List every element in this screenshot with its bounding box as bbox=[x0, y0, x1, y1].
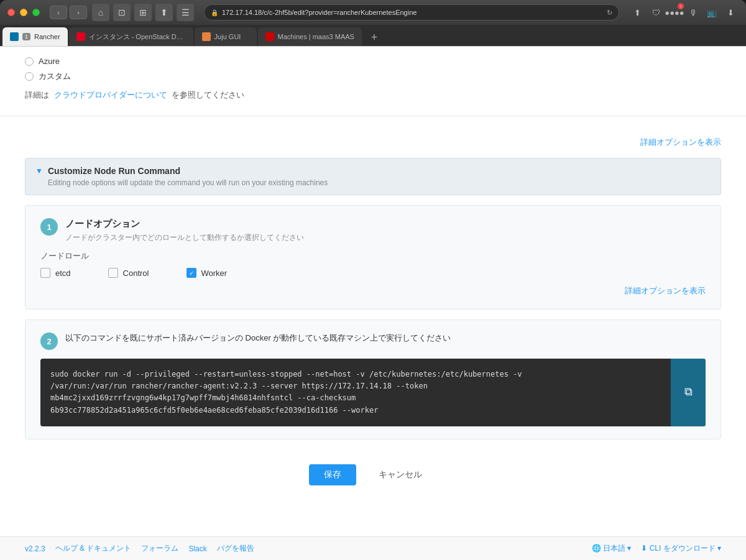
cloud-provider-link[interactable]: クラウドプロバイダーについて bbox=[54, 90, 167, 101]
tab-label-rancher: Rancher bbox=[34, 33, 60, 40]
step1-header: 1 ノードオプション ノードがクラスター内でどのロールとして動作するか選択してく… bbox=[40, 218, 706, 243]
detail-options-link1[interactable]: 詳細オプションを表示 bbox=[640, 137, 721, 147]
custom-radio[interactable] bbox=[25, 72, 34, 81]
window-chrome: ‹ › ⌂ ⊡ ⊞ ⬆ ☰ 🔒 172.17.14.18/c/c-2hf5b/e… bbox=[0, 0, 746, 46]
step2-block: 2 以下のコマンドを既にサポート済みバージョンの Docker が動作している既… bbox=[25, 319, 721, 439]
chevron-down-icon[interactable]: ▼ bbox=[35, 167, 43, 175]
control-label: Control bbox=[123, 269, 149, 278]
azure-label: Azure bbox=[39, 57, 60, 66]
checkbox-etcd[interactable]: etcd bbox=[40, 268, 71, 278]
cancel-button[interactable]: キャンセル bbox=[364, 464, 437, 485]
section-header-row: ▼ Customize Node Run Command bbox=[35, 166, 711, 176]
nav-buttons: ‹ › bbox=[50, 6, 87, 19]
tab-label-openstack: インスタンス - OpenStack Dashboard bbox=[89, 32, 186, 42]
command-text: sudo docker run -d --privileged --restar… bbox=[50, 369, 662, 416]
refresh-icon[interactable]: ↻ bbox=[607, 9, 612, 17]
grid-icon[interactable]: ⊞ bbox=[134, 4, 152, 21]
footer-left: v2.2.3 ヘルプ & ドキュメント フォーラム Slack バグを報告 bbox=[25, 543, 254, 554]
step1-content: ノードオプション ノードがクラスター内でどのロールとして動作するか選択してくださ… bbox=[65, 218, 706, 243]
footer-language[interactable]: 🌐 日本語 ▾ bbox=[592, 543, 632, 554]
info-link-line: 詳細は クラウドプロバイダーについて を参照してください bbox=[25, 90, 721, 101]
lock-icon: 🔒 bbox=[211, 9, 218, 16]
reader-icon[interactable]: ☰ bbox=[177, 4, 194, 21]
section-header: ▼ Customize Node Run Command Editing nod… bbox=[25, 158, 721, 195]
footer-slack[interactable]: Slack bbox=[188, 544, 206, 553]
shield-icon[interactable]: 🛡 bbox=[648, 4, 664, 21]
url-text: 172.17.14.18/c/c-2hf5b/edit?provider=ran… bbox=[222, 9, 603, 16]
section-title: Customize Node Run Command bbox=[48, 166, 180, 176]
tab-number-rancher: 1 bbox=[22, 33, 30, 40]
voice-icon[interactable]: 🎙 bbox=[685, 4, 701, 21]
azure-radio[interactable] bbox=[25, 57, 34, 66]
rancher-favicon bbox=[10, 32, 19, 41]
airplay-icon[interactable]: 📺 bbox=[704, 4, 720, 21]
step2-number: 2 bbox=[40, 333, 58, 350]
footer-version[interactable]: v2.2.3 bbox=[25, 544, 45, 553]
radio-azure[interactable]: Azure bbox=[25, 57, 721, 66]
tab-juju[interactable]: Juju GUI bbox=[195, 27, 257, 46]
footer-right: 🌐 日本語 ▾ ⬇ CLI をダウンロード ▾ bbox=[592, 543, 721, 554]
step1-block: 1 ノードオプション ノードがクラスター内でどのロールとして動作するか選択してく… bbox=[25, 205, 721, 310]
share-right-icon[interactable]: ⬆ bbox=[629, 4, 645, 21]
info-prefix: 詳細は bbox=[25, 90, 49, 101]
share-icon[interactable]: ⊡ bbox=[113, 4, 131, 21]
footer-bug-report[interactable]: バグを報告 bbox=[217, 543, 254, 554]
step1-title: ノードオプション bbox=[65, 218, 706, 230]
worker-checkbox[interactable]: ✓ bbox=[186, 268, 196, 278]
command-block: sudo docker run -d --privileged --restar… bbox=[40, 359, 706, 426]
tab-label-juju: Juju GUI bbox=[214, 33, 241, 40]
tab-label-maas: Machines | maas3 MAAS bbox=[278, 33, 354, 40]
juju-favicon bbox=[202, 32, 211, 41]
tab-maas[interactable]: Machines | maas3 MAAS bbox=[258, 27, 362, 46]
radio-custom[interactable]: カスタム bbox=[25, 71, 721, 82]
back-button[interactable]: ‹ bbox=[50, 6, 67, 19]
address-bar[interactable]: 🔒 172.17.14.18/c/c-2hf5b/edit?provider=r… bbox=[204, 4, 619, 21]
step1-detail-options[interactable]: 詳細オプションを表示 bbox=[40, 285, 706, 296]
detail-options-top: 詳細オプションを表示 bbox=[25, 131, 721, 153]
custom-label: カスタム bbox=[39, 71, 71, 82]
title-bar: ‹ › ⌂ ⊡ ⊞ ⬆ ☰ 🔒 172.17.14.18/c/c-2hf5b/e… bbox=[0, 0, 746, 25]
tab-bar: 1 Rancher インスタンス - OpenStack Dashboard J… bbox=[0, 25, 746, 46]
footer-help[interactable]: ヘルプ & ドキュメント bbox=[55, 543, 132, 554]
new-tab-button[interactable]: + bbox=[366, 29, 383, 46]
tab-rancher[interactable]: 1 Rancher bbox=[2, 27, 68, 46]
action-buttons: 保存 キャンセル bbox=[25, 449, 721, 505]
maximize-button[interactable] bbox=[32, 9, 40, 16]
browser-content: Azure カスタム 詳細は クラウドプロバイダーについて を参照してください … bbox=[0, 46, 746, 560]
openstack-favicon bbox=[76, 32, 85, 41]
top-section: Azure カスタム 詳細は クラウドプロバイダーについて を参照してください bbox=[0, 47, 746, 111]
footer: v2.2.3 ヘルプ & ドキュメント フォーラム Slack バグを報告 🌐 … bbox=[0, 536, 746, 560]
control-checkbox[interactable] bbox=[108, 268, 118, 278]
step2-desc: 以下のコマンドを既にサポート済みバージョンの Docker が動作している既存マ… bbox=[65, 333, 706, 344]
step1-desc: ノードがクラスター内でどのロールとして動作するか選択してください bbox=[65, 232, 706, 243]
download-icon[interactable]: ⬇ bbox=[722, 4, 739, 21]
etcd-checkbox[interactable] bbox=[40, 268, 50, 278]
copy-icon: ⧉ bbox=[684, 383, 693, 402]
info-suffix: を参照してください bbox=[172, 90, 244, 101]
footer-cli-download[interactable]: ⬇ CLI をダウンロード ▾ bbox=[641, 543, 721, 554]
forward-button[interactable]: › bbox=[70, 6, 87, 19]
worker-label: Worker bbox=[201, 269, 228, 278]
save-button[interactable]: 保存 bbox=[309, 464, 356, 485]
step2-header: 2 以下のコマンドを既にサポート済みバージョンの Docker が動作している既… bbox=[40, 333, 706, 351]
copy-button[interactable]: ⧉ bbox=[671, 359, 706, 426]
section-subtitle: Editing node options will update the com… bbox=[35, 178, 711, 187]
tab-openstack[interactable]: インスタンス - OpenStack Dashboard bbox=[69, 27, 193, 46]
checkbox-worker[interactable]: ✓ Worker bbox=[186, 268, 228, 278]
node-role-label: ノードロール bbox=[40, 250, 706, 262]
footer-forum[interactable]: フォーラム bbox=[141, 543, 178, 554]
step1-number: 1 bbox=[40, 218, 58, 236]
page-content: Azure カスタム 詳細は クラウドプロバイダーについて を参照してください … bbox=[0, 47, 746, 560]
checkbox-row: etcd Control ✓ Worker bbox=[40, 268, 706, 278]
close-button[interactable] bbox=[7, 9, 15, 16]
upload-icon[interactable]: ⬆ bbox=[155, 4, 173, 21]
right-toolbar: ⬆ 🛡 ●●●● 🎙 📺 ⬇ bbox=[629, 4, 739, 21]
maas-favicon bbox=[265, 32, 274, 41]
checkbox-control[interactable]: Control bbox=[108, 268, 149, 278]
home-icon[interactable]: ⌂ bbox=[92, 4, 109, 21]
etcd-label: etcd bbox=[55, 269, 71, 278]
extensions-icon[interactable]: ●●●● bbox=[666, 4, 683, 21]
minimize-button[interactable] bbox=[20, 9, 27, 16]
step2-content: 以下のコマンドを既にサポート済みバージョンの Docker が動作している既存マ… bbox=[65, 333, 706, 351]
main-area: 詳細オプションを表示 ▼ Customize Node Run Command … bbox=[0, 121, 746, 536]
